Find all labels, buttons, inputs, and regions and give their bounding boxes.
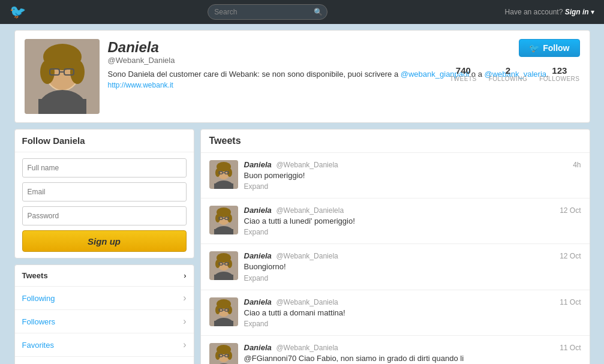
tweet-avatar (209, 251, 238, 280)
follow-form: Sign up (15, 152, 194, 258)
sidebar-item-favorites[interactable]: Favorites › (15, 333, 194, 357)
tweet-expand[interactable]: Expand (244, 228, 581, 236)
tweets-column: Tweets (200, 129, 590, 364)
content-area: Follow Daniela Sign up Tweets › Followin… (14, 129, 590, 364)
sidebar-item-followers[interactable]: Followers › (15, 310, 194, 333)
tweet-name: Daniela (244, 343, 272, 352)
svg-point-24 (215, 214, 220, 222)
svg-rect-50 (214, 321, 233, 326)
password-input[interactable] (22, 206, 187, 225)
tweet-name: Daniela (244, 160, 272, 169)
follow-form-title: Follow Daniela (15, 130, 194, 152)
svg-point-55 (227, 351, 232, 360)
followers-chevron-icon: › (183, 316, 186, 327)
tweet-time: 12 Oct (560, 252, 581, 260)
account-text: Have an account? (505, 8, 563, 16)
tweet-item: Daniela @Webank_Danielela 12 Oct Ciao a … (201, 198, 590, 244)
profile-avatar (25, 39, 100, 114)
tweet-item: Daniela @Webank_Daniela 4h Buon pomerigg… (201, 153, 590, 198)
profile-card: Daniela @Webank_Daniela Sono Daniela del… (14, 30, 590, 123)
following-chevron-icon: › (183, 293, 186, 303)
tweet-body: Daniela @Webank_Daniela 12 Oct Buongiorn… (244, 251, 581, 282)
email-input[interactable] (22, 182, 187, 201)
tweets-stat: 740 TWEETS (450, 65, 477, 82)
follow-area: 🐦 Follow 740 TWEETS 2 FOLLOWING 123 FOLL… (450, 39, 579, 82)
tweets-header: Tweets (201, 130, 590, 153)
svg-point-44 (215, 306, 220, 314)
tweet-handle: @Webank_Danielela (276, 206, 344, 215)
tweet-time: 4h (573, 161, 581, 169)
tweet-expand[interactable]: Expand (244, 182, 581, 191)
svg-point-15 (227, 169, 232, 177)
signup-button[interactable]: Sign up (22, 230, 187, 252)
search-input[interactable] (208, 4, 327, 20)
account-area: Have an account? Sign in ▾ (505, 8, 594, 16)
tweet-header-row: Daniela @Webank_Daniela 11 Oct (244, 297, 581, 306)
top-navigation: 🐦 🔍 Have an account? Sign in ▾ (0, 0, 604, 24)
tweet-body: Daniela @Webank_Daniela 4h Buon pomerigg… (244, 160, 581, 191)
tweet-handle: @Webank_Daniela (276, 161, 338, 169)
sidebar: Follow Daniela Sign up Tweets › Followin… (14, 129, 194, 364)
tweet-handle: @Webank_Daniela (276, 344, 338, 352)
tweet-text: @FGiannoni70 Ciao Fabio, non siamo in gr… (244, 353, 581, 364)
tweets-list: Daniela @Webank_Daniela 4h Buon pomerigg… (201, 153, 590, 364)
tweet-avatar (209, 206, 238, 234)
search-area: 🔍 (40, 4, 495, 20)
tweets-nav-label: Tweets (22, 271, 48, 280)
svg-point-14 (215, 169, 220, 177)
tweets-chevron-icon: › (184, 271, 186, 280)
svg-point-54 (215, 351, 220, 360)
svg-rect-20 (214, 183, 233, 189)
tweet-body: Daniela @Webank_Danielela 12 Oct Ciao a … (244, 206, 581, 236)
tweet-body: Daniela @Webank_Daniela 11 Oct @FGiannon… (244, 343, 581, 364)
tweet-handle: @Webank_Daniela (276, 252, 338, 260)
following-nav-label: Following (22, 294, 55, 303)
tweet-expand[interactable]: Expand (244, 320, 581, 328)
follow-button[interactable]: 🐦 Follow (519, 39, 579, 57)
tweet-name: Daniela (244, 297, 272, 306)
svg-rect-30 (214, 229, 233, 234)
tweet-text: Ciao a tutti a lunedi' pomeriggio! (244, 216, 581, 227)
favorites-chevron-icon: › (183, 339, 186, 350)
followers-stat: 123 FOLLOWERS (539, 65, 579, 82)
sidebar-nav-section: Tweets › Following › Followers › Favorit… (14, 264, 194, 364)
search-icon: 🔍 (314, 8, 323, 16)
tweet-avatar (209, 343, 238, 364)
sidebar-item-lists[interactable]: Lists › (15, 357, 194, 364)
tweet-header-row: Daniela @Webank_Daniela 4h (244, 160, 581, 169)
tweet-handle: @Webank_Daniela (276, 298, 338, 306)
favorites-nav-label: Favorites (22, 341, 54, 350)
tweet-time: 11 Oct (560, 344, 581, 352)
tweet-item: Daniela @Webank_Daniela 11 Oct Ciao a tu… (201, 290, 590, 336)
tweet-time: 11 Oct (560, 298, 581, 306)
tweet-text: Buongiorno! (244, 261, 581, 272)
tweet-text: Buon pomeriggio! (244, 170, 581, 181)
profile-website-link[interactable]: http://www.webank.it (108, 81, 173, 89)
sidebar-item-following[interactable]: Following › (15, 287, 194, 310)
tweet-item: Daniela @Webank_Daniela 12 Oct Buongiorn… (201, 244, 590, 290)
tweet-name: Daniela (244, 251, 272, 260)
following-stat: 2 FOLLOWING (489, 65, 528, 82)
svg-rect-10 (38, 99, 86, 114)
tweet-item: Daniela @Webank_Daniela 11 Oct @FGiannon… (201, 336, 590, 364)
svg-point-5 (70, 60, 85, 84)
tweet-text: Ciao a tutti a domani mattina! (244, 308, 581, 318)
signin-link[interactable]: Sign in (565, 8, 589, 16)
tweet-header-row: Daniela @Webank_Daniela 11 Oct (244, 343, 581, 352)
svg-point-35 (227, 260, 232, 268)
tweets-nav-header: Tweets › (15, 265, 194, 287)
tweet-name: Daniela (244, 206, 272, 215)
svg-point-25 (227, 214, 232, 222)
tweet-avatar (209, 297, 238, 326)
svg-point-34 (215, 260, 220, 268)
follow-form-section: Follow Daniela Sign up (14, 129, 194, 258)
tweet-expand[interactable]: Expand (244, 274, 581, 282)
fullname-input[interactable] (22, 158, 187, 178)
tweet-time: 12 Oct (560, 206, 581, 215)
main-content: Daniela @Webank_Daniela Sono Daniela del… (14, 24, 590, 364)
tweet-header-row: Daniela @Webank_Danielela 12 Oct (244, 206, 581, 215)
followers-nav-label: Followers (22, 317, 56, 326)
svg-rect-40 (214, 275, 233, 280)
svg-point-45 (227, 306, 232, 314)
signin-dropdown-icon[interactable]: ▾ (591, 8, 594, 16)
